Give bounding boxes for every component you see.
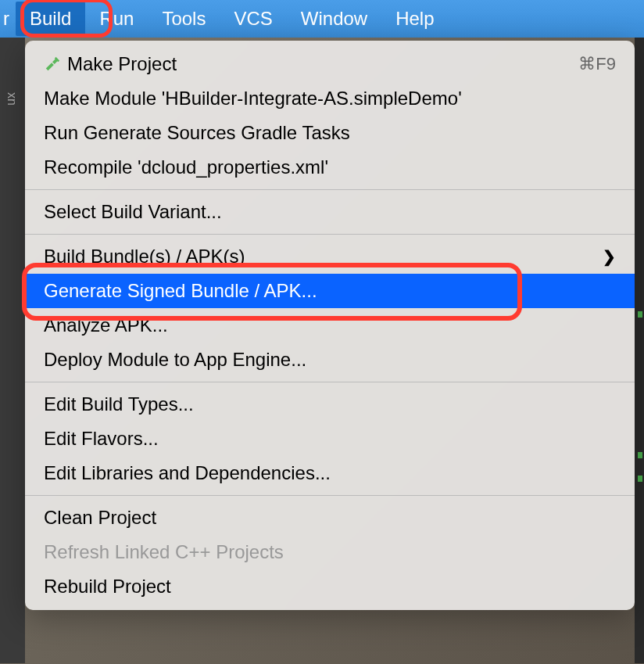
scrollbar-marker [638, 476, 642, 482]
menu-item-label: Recompile 'dcloud_properties.xml' [44, 156, 616, 178]
menu-item-select-build-variant[interactable]: Select Build Variant... [25, 195, 635, 229]
menu-item-clean-project[interactable]: Clean Project [25, 501, 635, 535]
menu-item-label: Make Module 'HBuilder-Integrate-AS.simpl… [44, 88, 616, 109]
scrollbar-marker [638, 311, 642, 318]
menu-item-make-module[interactable]: Make Module 'HBuilder-Integrate-AS.simpl… [25, 81, 635, 116]
menu-separator [25, 234, 635, 235]
menu-item-deploy-module-app-engine[interactable]: Deploy Module to App Engine... [25, 343, 635, 377]
menu-item-label: Build Bundle(s) / APK(s) [44, 246, 603, 267]
menu-item-edit-flavors[interactable]: Edit Flavors... [25, 422, 635, 456]
menu-item-make-project[interactable]: Make Project ⌘F9 [25, 47, 635, 81]
menu-build[interactable]: Build [16, 2, 85, 36]
menu-item-label: Rebuild Project [44, 576, 616, 598]
menu-help[interactable]: Help [381, 2, 448, 36]
chevron-right-icon: ❯ [603, 247, 616, 266]
menu-item-label: Select Build Variant... [44, 201, 616, 223]
menu-item-label: Generate Signed Bundle / APK... [44, 280, 616, 302]
menu-item-label: Make Project [67, 53, 578, 75]
gutter-text: xn [0, 38, 19, 106]
menu-item-recompile[interactable]: Recompile 'dcloud_properties.xml' [25, 150, 635, 185]
build-dropdown-menu: Make Project ⌘F9 Make Module 'HBuilder-I… [25, 41, 635, 610]
scrollbar-marker [638, 452, 642, 458]
menu-item-generate-signed-bundle-apk[interactable]: Generate Signed Bundle / APK... [25, 274, 635, 308]
ide-right-edge [635, 38, 644, 663]
ide-left-gutter: xn [0, 38, 25, 663]
menu-item-label: Run Generate Sources Gradle Tasks [44, 122, 616, 144]
menu-item-shortcut: ⌘F9 [578, 54, 616, 74]
hammer-icon [44, 56, 67, 73]
menu-item-label: Analyze APK... [44, 314, 616, 336]
menu-item-refresh-linked-cpp: Refresh Linked C++ Projects [25, 535, 635, 569]
menu-item-label: Deploy Module to App Engine... [44, 349, 616, 371]
menu-item-build-bundles-apks[interactable]: Build Bundle(s) / APK(s) ❯ [25, 239, 635, 274]
menu-separator [25, 189, 635, 190]
menu-separator [25, 495, 635, 496]
menu-item-analyze-apk[interactable]: Analyze APK... [25, 308, 635, 343]
menu-run[interactable]: Run [85, 2, 148, 36]
menu-item-label: Edit Flavors... [44, 428, 616, 450]
menu-separator [25, 382, 635, 382]
menu-vcs[interactable]: VCS [220, 2, 286, 36]
menu-window[interactable]: Window [287, 2, 381, 36]
menu-item-label: Edit Build Types... [44, 393, 616, 415]
menu-tools[interactable]: Tools [148, 2, 220, 36]
menubar-partial-char: r [0, 8, 16, 30]
menubar: r Build Run Tools VCS Window Help [0, 0, 644, 38]
menu-item-run-generate-sources[interactable]: Run Generate Sources Gradle Tasks [25, 116, 635, 150]
menu-item-label: Clean Project [44, 507, 616, 529]
menu-item-edit-build-types[interactable]: Edit Build Types... [25, 387, 635, 422]
menu-item-edit-libraries-dependencies[interactable]: Edit Libraries and Dependencies... [25, 456, 635, 490]
menu-item-label: Edit Libraries and Dependencies... [44, 462, 616, 484]
menu-item-rebuild-project[interactable]: Rebuild Project [25, 569, 635, 604]
menu-item-label: Refresh Linked C++ Projects [44, 541, 616, 563]
